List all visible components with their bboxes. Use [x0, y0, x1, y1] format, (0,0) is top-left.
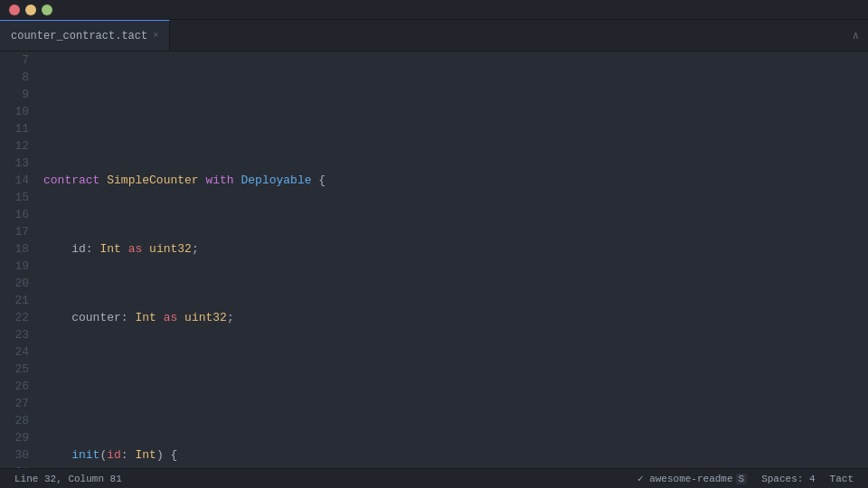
line-num: 16 — [0, 206, 29, 223]
plugin-label: ✓ awesome-readme — [637, 473, 733, 484]
tab-bar: counter_contract.tact × ∧ — [0, 20, 868, 52]
line-num: 21 — [0, 292, 29, 309]
line-num: 30 — [0, 446, 29, 464]
plugin-key-badge: S — [736, 474, 748, 484]
spaces-setting[interactable]: Spaces: 4 — [754, 474, 822, 484]
tab-counter-contract[interactable]: counter_contract.tact × — [0, 20, 170, 51]
maximize-button[interactable] — [42, 5, 52, 15]
cursor-position: Line 32, Column 81 — [7, 469, 129, 488]
line-num: 13 — [0, 155, 29, 172]
line-num: 26 — [0, 378, 29, 395]
line-num: 10 — [0, 103, 29, 120]
status-bar: Line 32, Column 81 ✓ awesome-readme S Sp… — [0, 468, 868, 488]
line-num: 20 — [0, 275, 29, 292]
line-num: 8 — [0, 69, 29, 86]
code-line-10: counter: Int as uint32; — [43, 309, 868, 326]
line-num: 25 — [0, 361, 29, 378]
status-right: ✓ awesome-readme S Spaces: 4 Tact — [630, 473, 861, 484]
line-num: 23 — [0, 326, 29, 343]
line-num: 22 — [0, 309, 29, 326]
language-mode[interactable]: Tact — [823, 474, 861, 484]
tab-close-icon[interactable]: × — [153, 31, 158, 41]
line-num: 19 — [0, 258, 29, 275]
plugin-name[interactable]: ✓ awesome-readme S — [630, 473, 754, 484]
traffic-lights — [0, 5, 61, 15]
line-num: 27 — [0, 395, 29, 412]
code-line-11 — [43, 378, 868, 395]
spaces-label: Spaces: 4 — [761, 474, 815, 484]
editor: 7 8 9 10 11 12 13 14 15 16 17 18 19 20 2… — [0, 52, 868, 468]
cursor-pos-text: Line 32, Column 81 — [14, 474, 122, 484]
line-num: 18 — [0, 240, 29, 258]
line-num: 15 — [0, 189, 29, 206]
language-label: Tact — [830, 474, 854, 484]
line-num: 17 — [0, 223, 29, 240]
code-editor[interactable]: contract SimpleCounter with Deployable {… — [36, 52, 868, 468]
line-num: 28 — [0, 412, 29, 429]
minimize-button[interactable] — [25, 5, 36, 15]
up-arrow-icon[interactable]: ∧ — [853, 29, 868, 42]
line-num: 29 — [0, 429, 29, 446]
title-bar — [0, 0, 868, 20]
line-num: 7 — [0, 52, 29, 69]
line-num: 12 — [0, 137, 29, 155]
tab-label: counter_contract.tact — [11, 30, 147, 42]
line-num: 11 — [0, 120, 29, 137]
close-button[interactable] — [9, 5, 20, 15]
code-line-12: init(id: Int) { — [43, 446, 868, 464]
code-line-8: contract SimpleCounter with Deployable { — [43, 172, 868, 189]
code-line-7 — [43, 103, 868, 120]
line-numbers: 7 8 9 10 11 12 13 14 15 16 17 18 19 20 2… — [0, 52, 36, 468]
line-num: 24 — [0, 343, 29, 361]
code-line-9: id: Int as uint32; — [43, 240, 868, 258]
line-num: 9 — [0, 86, 29, 103]
line-num: 14 — [0, 172, 29, 189]
